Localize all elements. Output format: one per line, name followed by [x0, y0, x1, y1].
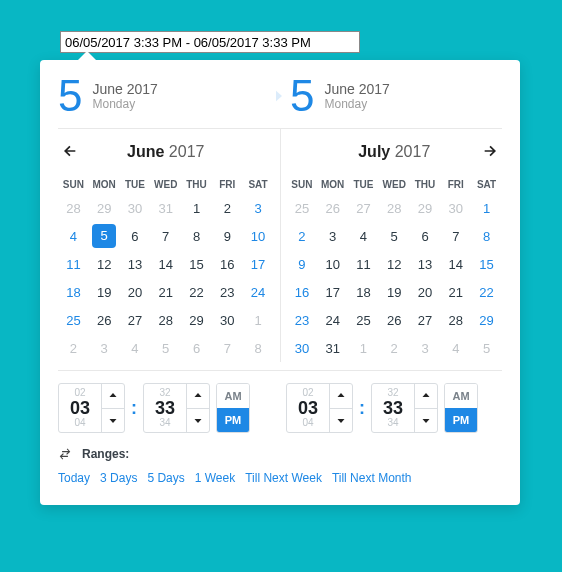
- day-cell[interactable]: 14: [440, 250, 471, 278]
- hour-up-button[interactable]: [102, 384, 124, 409]
- minute-down-button[interactable]: [415, 409, 437, 433]
- day-cell[interactable]: 23: [287, 306, 318, 334]
- day-cell[interactable]: 18: [58, 278, 89, 306]
- day-cell[interactable]: 15: [181, 250, 212, 278]
- day-cell[interactable]: 21: [150, 278, 181, 306]
- day-cell[interactable]: 17: [243, 250, 274, 278]
- day-cell[interactable]: 30: [440, 194, 471, 222]
- range-link[interactable]: Till Next Week: [245, 471, 322, 485]
- pm-button[interactable]: PM: [217, 408, 249, 432]
- day-cell[interactable]: 3: [410, 334, 441, 362]
- day-cell[interactable]: 25: [348, 306, 379, 334]
- next-month-button[interactable]: [478, 139, 502, 163]
- day-cell[interactable]: 12: [379, 250, 410, 278]
- pm-button[interactable]: PM: [445, 408, 477, 432]
- day-cell[interactable]: 2: [379, 334, 410, 362]
- day-cell[interactable]: 6: [410, 222, 441, 250]
- day-cell[interactable]: 10: [317, 250, 348, 278]
- day-cell[interactable]: 25: [287, 194, 318, 222]
- day-cell[interactable]: 26: [317, 194, 348, 222]
- day-cell[interactable]: 15: [471, 250, 502, 278]
- day-cell[interactable]: 27: [120, 306, 151, 334]
- day-cell[interactable]: 19: [89, 278, 120, 306]
- hour-down-button[interactable]: [102, 409, 124, 433]
- day-cell[interactable]: 25: [58, 306, 89, 334]
- day-cell[interactable]: 23: [212, 278, 243, 306]
- day-cell[interactable]: 4: [120, 334, 151, 362]
- day-cell[interactable]: 13: [120, 250, 151, 278]
- day-cell[interactable]: 5: [379, 222, 410, 250]
- day-cell[interactable]: 1: [471, 194, 502, 222]
- minute-up-button[interactable]: [415, 384, 437, 409]
- day-cell[interactable]: 13: [410, 250, 441, 278]
- day-cell[interactable]: 6: [181, 334, 212, 362]
- range-link[interactable]: 5 Days: [147, 471, 184, 485]
- day-cell[interactable]: 24: [317, 306, 348, 334]
- day-cell[interactable]: 10: [243, 222, 274, 250]
- day-cell[interactable]: 24: [243, 278, 274, 306]
- day-cell[interactable]: 28: [440, 306, 471, 334]
- day-cell[interactable]: 8: [471, 222, 502, 250]
- hour-up-button[interactable]: [330, 384, 352, 409]
- day-cell[interactable]: 14: [150, 250, 181, 278]
- day-cell[interactable]: 9: [212, 222, 243, 250]
- day-cell[interactable]: 27: [348, 194, 379, 222]
- day-cell[interactable]: 17: [317, 278, 348, 306]
- day-cell[interactable]: 20: [410, 278, 441, 306]
- minute-up-button[interactable]: [187, 384, 209, 409]
- day-cell[interactable]: 7: [212, 334, 243, 362]
- range-link[interactable]: 3 Days: [100, 471, 137, 485]
- minute-down-button[interactable]: [187, 409, 209, 433]
- day-cell[interactable]: 19: [379, 278, 410, 306]
- day-cell[interactable]: 16: [287, 278, 318, 306]
- day-cell[interactable]: 29: [471, 306, 502, 334]
- am-button[interactable]: AM: [445, 384, 477, 408]
- day-cell[interactable]: 3: [243, 194, 274, 222]
- day-cell[interactable]: 22: [471, 278, 502, 306]
- day-cell[interactable]: 5: [150, 334, 181, 362]
- day-cell[interactable]: 6: [120, 222, 151, 250]
- day-cell[interactable]: 9: [287, 250, 318, 278]
- am-button[interactable]: AM: [217, 384, 249, 408]
- day-cell[interactable]: 26: [379, 306, 410, 334]
- range-link[interactable]: Till Next Month: [332, 471, 412, 485]
- day-cell[interactable]: 20: [120, 278, 151, 306]
- day-cell[interactable]: 22: [181, 278, 212, 306]
- range-link[interactable]: Today: [58, 471, 90, 485]
- day-cell[interactable]: 7: [150, 222, 181, 250]
- prev-month-button[interactable]: [58, 139, 82, 163]
- day-cell[interactable]: 21: [440, 278, 471, 306]
- day-cell[interactable]: 8: [181, 222, 212, 250]
- day-cell[interactable]: 1: [243, 306, 274, 334]
- day-cell[interactable]: 30: [212, 306, 243, 334]
- day-cell[interactable]: 31: [317, 334, 348, 362]
- day-cell[interactable]: 8: [243, 334, 274, 362]
- day-cell[interactable]: 30: [287, 334, 318, 362]
- day-cell[interactable]: 16: [212, 250, 243, 278]
- day-cell[interactable]: 11: [58, 250, 89, 278]
- day-cell[interactable]: 26: [89, 306, 120, 334]
- day-cell[interactable]: 4: [348, 222, 379, 250]
- day-cell[interactable]: 2: [212, 194, 243, 222]
- day-cell[interactable]: 5: [471, 334, 502, 362]
- day-cell[interactable]: 1: [181, 194, 212, 222]
- day-cell[interactable]: 4: [58, 222, 89, 250]
- day-cell[interactable]: 29: [181, 306, 212, 334]
- day-cell[interactable]: 1: [348, 334, 379, 362]
- day-cell[interactable]: 12: [89, 250, 120, 278]
- hour-down-button[interactable]: [330, 409, 352, 433]
- day-cell[interactable]: 27: [410, 306, 441, 334]
- day-cell[interactable]: 30: [120, 194, 151, 222]
- day-cell[interactable]: 3: [89, 334, 120, 362]
- day-cell[interactable]: 28: [150, 306, 181, 334]
- day-cell[interactable]: 3: [317, 222, 348, 250]
- day-cell[interactable]: 5: [89, 222, 120, 250]
- day-cell[interactable]: 11: [348, 250, 379, 278]
- day-cell[interactable]: 31: [150, 194, 181, 222]
- day-cell[interactable]: 29: [89, 194, 120, 222]
- range-link[interactable]: 1 Week: [195, 471, 235, 485]
- day-cell[interactable]: 28: [58, 194, 89, 222]
- day-cell[interactable]: 28: [379, 194, 410, 222]
- day-cell[interactable]: 29: [410, 194, 441, 222]
- day-cell[interactable]: 18: [348, 278, 379, 306]
